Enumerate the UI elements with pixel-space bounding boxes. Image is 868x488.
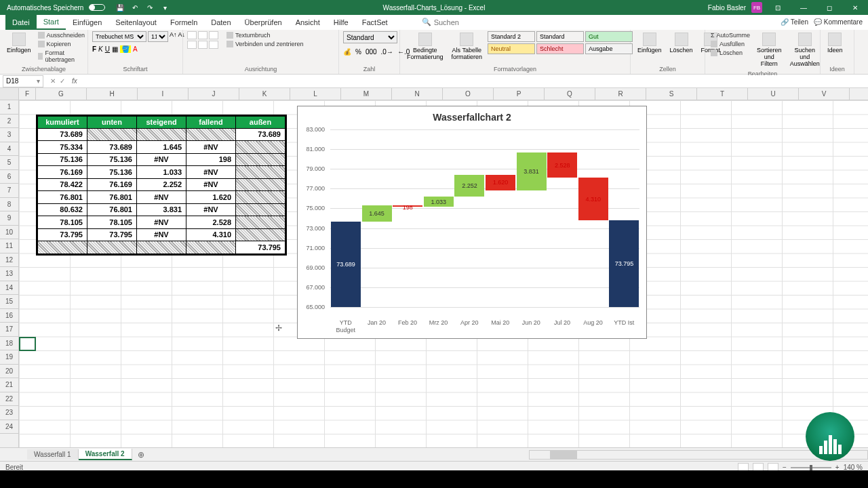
- wrap-text-button[interactable]: Textumbruch: [225, 31, 305, 39]
- row-header[interactable]: 17: [0, 323, 18, 337]
- search-input[interactable]: [434, 18, 488, 26]
- row-header[interactable]: 6: [0, 170, 18, 184]
- cut-button[interactable]: Ausschneiden: [37, 31, 87, 39]
- col-header[interactable]: F: [19, 88, 36, 100]
- tell-me-search[interactable]: 🔍: [422, 18, 488, 26]
- col-header[interactable]: I: [138, 88, 189, 100]
- find-select-button[interactable]: Suchen und Auswählen: [787, 31, 823, 69]
- toggle-switch[interactable]: [89, 4, 105, 11]
- row-header[interactable]: 11: [0, 239, 18, 253]
- conditional-format-button[interactable]: Bedingte Formatierung: [404, 31, 446, 62]
- bold-button[interactable]: F: [92, 45, 96, 53]
- comma-icon[interactable]: 000: [366, 48, 377, 56]
- col-header[interactable]: S: [646, 88, 697, 100]
- undo-icon[interactable]: ↶: [131, 3, 139, 12]
- border-button[interactable]: ▦: [112, 45, 118, 53]
- sheet-tab-1[interactable]: Wasserfall 1: [27, 449, 79, 460]
- percent-icon[interactable]: %: [355, 48, 361, 56]
- merge-button[interactable]: Verbinden und zentrieren: [225, 40, 305, 48]
- waterfall-chart[interactable]: Wasserfallchart 2 83.00081.00079.00077.0…: [297, 106, 647, 339]
- tab-formulas[interactable]: Formeln: [163, 15, 204, 30]
- col-header[interactable]: L: [290, 88, 341, 100]
- row-header[interactable]: 23: [0, 406, 18, 420]
- redo-icon[interactable]: ↷: [146, 3, 154, 12]
- row-header[interactable]: 19: [0, 350, 18, 365]
- number-format-select[interactable]: Standard: [343, 31, 397, 43]
- data-table[interactable]: kumuliertuntensteigendfallendaußen73.689…: [36, 115, 287, 256]
- row-header[interactable]: 20: [0, 365, 18, 379]
- col-header[interactable]: N: [392, 88, 443, 100]
- qat-dropdown-icon[interactable]: ▾: [161, 3, 169, 12]
- tab-view[interactable]: Ansicht: [289, 15, 327, 30]
- row-header[interactable]: 10: [0, 226, 18, 240]
- maximize-icon[interactable]: ◻: [819, 0, 840, 15]
- fx-icon[interactable]: fx: [69, 77, 80, 85]
- user-name[interactable]: Fabio Basler: [708, 4, 746, 12]
- row-header[interactable]: 1: [0, 100, 18, 115]
- comments-button[interactable]: 💬 Kommentare: [814, 18, 863, 26]
- col-header[interactable]: G: [36, 88, 87, 100]
- row-header[interactable]: 21: [0, 378, 18, 392]
- underline-button[interactable]: U: [105, 45, 110, 53]
- row-header[interactable]: 12: [0, 253, 18, 268]
- col-header[interactable]: V: [799, 88, 850, 100]
- col-header[interactable]: R: [595, 88, 646, 100]
- col-header[interactable]: O: [443, 88, 494, 100]
- col-header[interactable]: M: [341, 88, 392, 100]
- col-header[interactable]: J: [189, 88, 239, 100]
- col-header[interactable]: K: [239, 88, 290, 100]
- worksheet-grid[interactable]: F G H I J K L M N O P Q R S T U V 123456…: [0, 88, 868, 447]
- row-header[interactable]: 9: [0, 211, 18, 226]
- font-name-select[interactable]: Trebuchet MS: [92, 31, 146, 42]
- insert-cells-button[interactable]: Einfügen: [635, 31, 665, 56]
- row-header[interactable]: 8: [0, 198, 18, 212]
- tab-factset[interactable]: FactSet: [355, 15, 395, 30]
- autosum-button[interactable]: ΣAutoSumme: [709, 31, 751, 39]
- tab-help[interactable]: Hilfe: [327, 15, 355, 30]
- format-painter-button[interactable]: Format übertragen: [37, 49, 87, 64]
- tab-start[interactable]: Start: [37, 15, 66, 30]
- row-header[interactable]: 7: [0, 184, 18, 198]
- row-header[interactable]: 14: [0, 281, 18, 296]
- tab-insert[interactable]: Einfügen: [66, 15, 108, 30]
- share-button[interactable]: 🔗 Teilen: [781, 18, 808, 26]
- row-header[interactable]: 22: [0, 392, 18, 407]
- row-header[interactable]: 18: [0, 337, 18, 351]
- cell-styles[interactable]: Standard 2 Standard Gut Neutral Schlecht…: [488, 31, 633, 54]
- row-headers[interactable]: 123456789101112131415161718192021222324: [0, 100, 19, 447]
- font-size-select[interactable]: 11: [148, 31, 168, 42]
- col-header[interactable]: T: [697, 88, 748, 100]
- col-header[interactable]: P: [494, 88, 545, 100]
- enter-formula-icon[interactable]: ✓: [60, 77, 65, 85]
- close-icon[interactable]: ✕: [845, 0, 865, 15]
- add-sheet-button[interactable]: ⊕: [132, 449, 150, 461]
- tab-data[interactable]: Daten: [204, 15, 237, 30]
- formula-input[interactable]: [80, 75, 868, 87]
- fill-color-button[interactable]: 🪣: [120, 45, 131, 53]
- tab-file[interactable]: Datei: [5, 15, 37, 30]
- fill-button[interactable]: Ausfüllen: [709, 40, 751, 48]
- clear-button[interactable]: Löschen: [709, 49, 751, 57]
- row-header[interactable]: 24: [0, 420, 18, 434]
- row-header[interactable]: 16: [0, 309, 18, 323]
- ribbon-options-icon[interactable]: ⊡: [768, 0, 788, 15]
- tab-review[interactable]: Überprüfen: [238, 15, 289, 30]
- align-buttons[interactable]: [187, 31, 218, 49]
- name-box[interactable]: D18▾: [3, 75, 43, 87]
- col-header[interactable]: U: [748, 88, 799, 100]
- col-header[interactable]: H: [87, 88, 138, 100]
- row-header[interactable]: 5: [0, 156, 18, 170]
- cancel-formula-icon[interactable]: ✕: [50, 77, 56, 85]
- save-icon[interactable]: 💾: [116, 3, 124, 12]
- ideas-button[interactable]: Ideen: [825, 31, 846, 56]
- minimize-icon[interactable]: —: [793, 0, 814, 15]
- zoom-slider[interactable]: [791, 467, 831, 468]
- increase-font-icon[interactable]: A↑: [170, 31, 177, 42]
- paste-button[interactable]: Einfügen: [4, 31, 34, 56]
- col-header[interactable]: Q: [545, 88, 595, 100]
- autosave-toggle[interactable]: Automatisches Speichern: [3, 4, 109, 12]
- font-color-button[interactable]: A: [133, 45, 138, 53]
- row-header[interactable]: 4: [0, 142, 18, 157]
- tab-layout[interactable]: Seitenlayout: [108, 15, 163, 30]
- row-header[interactable]: 15: [0, 295, 18, 309]
